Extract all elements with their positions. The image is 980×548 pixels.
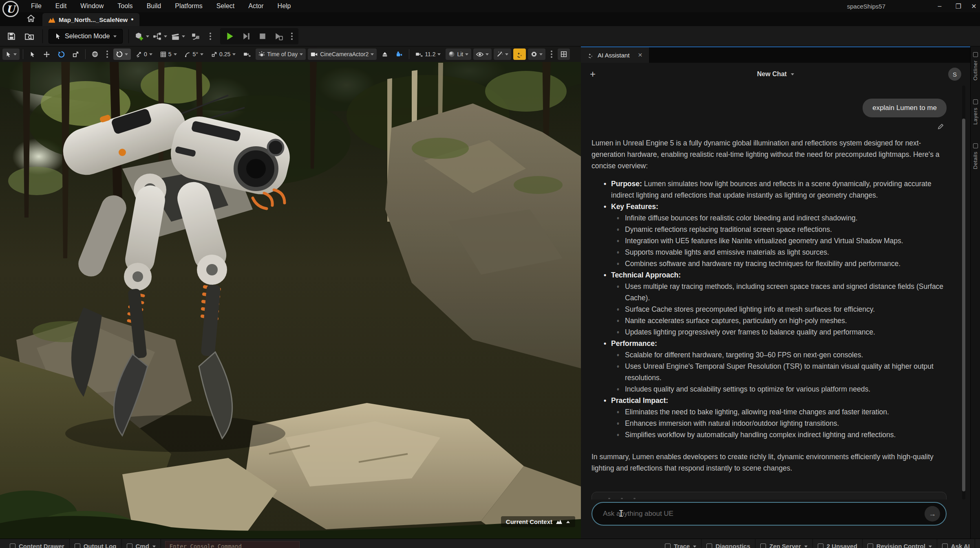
status-item-revision-control[interactable]: Revision Control: [863, 539, 937, 548]
menu-build[interactable]: Build: [141, 1, 167, 11]
maximize-button[interactable]: ❐: [949, 2, 968, 10]
content-browser-button[interactable]: [22, 29, 37, 44]
status-item-output-log[interactable]: Output Log: [70, 539, 122, 548]
console-command-input[interactable]: Enter Console Command: [165, 541, 300, 548]
current-context-label: Current Context: [506, 518, 552, 525]
edit-message-icon[interactable]: [937, 123, 944, 130]
viewport-overflow-icon[interactable]: [551, 53, 552, 55]
view-mode-dropdown[interactable]: Lit: [446, 48, 471, 60]
chat-title: New Chat: [757, 70, 787, 78]
dock-tab-layers[interactable]: Layers: [972, 99, 978, 125]
menu-platforms[interactable]: Platforms: [169, 1, 208, 11]
viewport-toolbar: 0 5 5° 0.25 Time of Day CineCameraActor2…: [0, 46, 581, 62]
level-context-icon: [556, 519, 563, 524]
menu-help[interactable]: Help: [272, 1, 297, 11]
minimize-button[interactable]: –: [930, 2, 949, 10]
status-item-cmd[interactable]: Cmd: [122, 539, 161, 548]
current-context-badge[interactable]: Current Context: [501, 516, 575, 527]
chat-input-placeholder: Ask anything about UE: [603, 510, 673, 518]
ai-panel-tabbar: AI Assistant ✕: [581, 47, 970, 63]
status-label: 2 Unsaved: [827, 543, 857, 548]
level-viewport[interactable]: 0 5 5° 0.25 Time of Day CineCameraActor2…: [0, 46, 581, 539]
status-label: Ask AI: [951, 543, 970, 548]
level-tab-label: Map_North..._ScaleNew: [59, 16, 128, 23]
camera-actor-dropdown[interactable]: CineCameraActor2: [308, 48, 377, 60]
status-item-ask-ai[interactable]: Ask AI: [937, 539, 975, 548]
select-tool[interactable]: [26, 48, 38, 60]
status-icon: [818, 544, 823, 548]
sub-item: Combines software and hardware ray traci…: [617, 258, 947, 269]
grid-snap-dropdown[interactable]: 5: [157, 48, 180, 60]
menu-select[interactable]: Select: [211, 1, 240, 11]
transform-overflow-icon[interactable]: [106, 53, 108, 55]
status-icon: [127, 544, 132, 548]
status-item-2-unsaved[interactable]: 2 Unsaved: [813, 539, 863, 548]
toolbar-overflow-icon[interactable]: [210, 35, 211, 37]
close-button[interactable]: ✕: [968, 2, 980, 10]
selection-mode-dropdown[interactable]: Selection Mode: [49, 29, 123, 44]
status-item-content-drawer[interactable]: Content Drawer: [5, 539, 70, 548]
world-local-toggle[interactable]: [89, 48, 101, 60]
menu-actor[interactable]: Actor: [243, 1, 269, 11]
blueprints-button[interactable]: [152, 29, 167, 44]
add-actor-button[interactable]: [135, 29, 149, 44]
sub-item: Integration with UE5 features like Nanit…: [617, 235, 947, 246]
dock-tab-outliner[interactable]: Outliner: [972, 52, 978, 81]
play-options-icon[interactable]: [291, 35, 293, 37]
time-of-day-dropdown[interactable]: Time of Day: [256, 48, 306, 60]
send-button[interactable]: →: [925, 506, 940, 522]
cinematics-button[interactable]: [170, 29, 185, 44]
dock-tab-label: Layers: [972, 108, 978, 125]
status-label: Cmd: [136, 543, 149, 548]
eject-pilot-button[interactable]: [379, 48, 391, 60]
frame-skip-button[interactable]: [239, 29, 254, 44]
chat-input[interactable]: Ask anything about UE I →: [592, 502, 947, 526]
unreal-logo-icon[interactable]: U: [2, 1, 19, 17]
camera-path-icon[interactable]: [241, 48, 254, 60]
status-icon: [942, 544, 948, 548]
launch-button[interactable]: [271, 29, 286, 44]
camera-speed-dropdown[interactable]: 11.2: [413, 48, 444, 60]
quad-view-button[interactable]: [558, 48, 570, 60]
level-tab[interactable]: Map_North..._ScaleNew •: [42, 13, 139, 26]
view-wand-dropdown[interactable]: [494, 48, 511, 60]
chat-scroll-area[interactable]: explain Lumen to me Lumen in Unreal Engi…: [581, 86, 970, 500]
status-item-trace[interactable]: Trace: [660, 539, 702, 548]
move-tool[interactable]: [40, 48, 53, 60]
user-avatar[interactable]: S: [948, 68, 961, 81]
scale-snap-dropdown[interactable]: 0.25: [208, 48, 238, 60]
chat-header: + New Chat S: [581, 63, 970, 86]
menu-edit[interactable]: Edit: [50, 1, 73, 11]
stop-button[interactable]: [255, 29, 270, 44]
scale-tool[interactable]: [70, 48, 82, 60]
menu-tools[interactable]: Tools: [112, 1, 138, 11]
snap-rotate-dropdown[interactable]: [113, 48, 131, 60]
menu-file[interactable]: File: [25, 1, 47, 11]
menu-window[interactable]: Window: [75, 1, 109, 11]
viewport-settings-dropdown[interactable]: [528, 48, 545, 60]
save-button[interactable]: [4, 29, 19, 44]
dock-tab-details[interactable]: Details: [972, 143, 978, 169]
dock-tab-label: Details: [972, 152, 978, 169]
home-icon[interactable]: [27, 14, 35, 22]
editor-modes-button[interactable]: [188, 29, 203, 44]
status-icon: [867, 544, 873, 548]
surface-snap-dropdown[interactable]: 0: [133, 48, 155, 60]
play-button[interactable]: [223, 29, 237, 44]
ai-tab-close-icon[interactable]: ✕: [638, 52, 642, 58]
show-flags-dropdown[interactable]: [473, 48, 492, 60]
sub-item: Scalable for different hardware, targeti…: [617, 349, 947, 361]
status-item-zen-server[interactable]: Zen Server: [755, 539, 813, 548]
ai-assistant-toggle[interactable]: [513, 48, 526, 60]
status-item-diagnostics[interactable]: Diagnostics: [702, 539, 755, 548]
viewport-mode-dropdown[interactable]: [2, 48, 20, 60]
tab-ai-assistant[interactable]: AI Assistant ✕: [581, 47, 649, 63]
chat-scrollbar-thumb[interactable]: [962, 119, 965, 491]
suggestions-card[interactable]: [592, 492, 947, 500]
menu-bar: FileEditWindowToolsBuildPlatformsSelectA…: [25, 1, 297, 11]
rotation-snap-dropdown[interactable]: 5°: [182, 48, 206, 60]
chat-title-dropdown[interactable]: New Chat: [581, 70, 970, 78]
pilot-camera-icon[interactable]: [393, 48, 406, 60]
status-label: Content Drawer: [19, 543, 64, 548]
rotate-tool[interactable]: [55, 48, 68, 60]
